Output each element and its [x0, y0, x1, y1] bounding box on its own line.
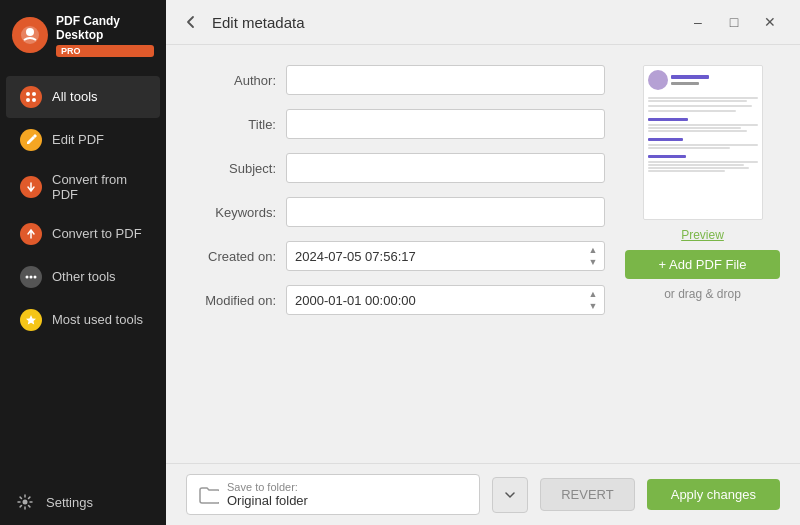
modified-on-spinners: ▲ ▼	[585, 289, 601, 312]
sidebar-item-other-tools[interactable]: Other tools	[6, 256, 160, 298]
modified-on-wrapper: ▲ ▼	[286, 285, 605, 315]
svg-point-3	[32, 92, 36, 96]
add-pdf-button[interactable]: + Add PDF File	[625, 250, 780, 279]
created-on-spinners: ▲ ▼	[585, 245, 601, 268]
preview-link[interactable]: Preview	[681, 228, 724, 242]
convert-from-icon	[20, 176, 42, 198]
save-to-folder-label: Save to folder:	[227, 481, 308, 493]
subject-input[interactable]	[286, 153, 605, 183]
keywords-row: Keywords:	[186, 197, 605, 227]
folder-name: Original folder	[227, 493, 308, 508]
save-folder-area: Save to folder: Original folder	[186, 474, 480, 515]
created-on-input[interactable]	[286, 241, 605, 271]
settings-icon	[14, 491, 36, 513]
svg-point-10	[23, 500, 28, 505]
edit-pdf-label: Edit PDF	[52, 132, 104, 147]
sidebar-item-edit-pdf[interactable]: Edit PDF	[6, 119, 160, 161]
page-title: Edit metadata	[212, 14, 672, 31]
title-input[interactable]	[286, 109, 605, 139]
convert-to-icon	[20, 223, 42, 245]
save-text: Save to folder: Original folder	[227, 481, 308, 508]
svg-point-4	[26, 98, 30, 102]
created-on-down[interactable]: ▼	[585, 257, 601, 268]
bottom-bar: Save to folder: Original folder REVERT A…	[166, 463, 800, 525]
created-on-wrapper: ▲ ▼	[286, 241, 605, 271]
settings-label: Settings	[46, 495, 93, 510]
keywords-label: Keywords:	[186, 205, 276, 220]
svg-point-1	[26, 28, 34, 36]
all-tools-label: All tools	[52, 89, 98, 104]
sidebar-item-most-used-tools[interactable]: Most used tools	[6, 299, 160, 341]
convert-from-label: Convert from PDF	[52, 172, 146, 202]
subject-label: Subject:	[186, 161, 276, 176]
sidebar-navigation: All tools Edit PDF Convert from PDF	[0, 71, 166, 479]
settings-item[interactable]: Settings	[0, 479, 166, 525]
logo-text: PDF Candy Desktop PRO	[56, 14, 154, 57]
svg-marker-9	[26, 315, 36, 325]
metadata-form: Author: Title: Subject: Keywords: Create…	[186, 65, 605, 443]
back-button[interactable]	[182, 13, 200, 31]
minimize-button[interactable]: –	[684, 8, 712, 36]
close-button[interactable]: ✕	[756, 8, 784, 36]
pdf-thumbnail	[643, 65, 763, 220]
all-tools-icon	[20, 86, 42, 108]
author-label: Author:	[186, 73, 276, 88]
most-used-tools-label: Most used tools	[52, 312, 143, 327]
created-on-row: Created on: ▲ ▼	[186, 241, 605, 271]
pdf-panel: Preview + Add PDF File or drag & drop	[625, 65, 780, 443]
other-tools-label: Other tools	[52, 269, 116, 284]
revert-button[interactable]: REVERT	[540, 478, 635, 511]
other-tools-icon	[20, 266, 42, 288]
logo-area: PDF Candy Desktop PRO	[0, 0, 166, 71]
app-name: PDF Candy Desktop	[56, 14, 154, 43]
main-content: Edit metadata – □ ✕ Author: Title:	[166, 0, 800, 525]
modified-on-label: Modified on:	[186, 293, 276, 308]
edit-pdf-icon	[20, 129, 42, 151]
most-used-icon	[20, 309, 42, 331]
pro-badge: PRO	[56, 45, 154, 57]
author-input[interactable]	[286, 65, 605, 95]
maximize-button[interactable]: □	[720, 8, 748, 36]
sidebar-item-convert-from-pdf[interactable]: Convert from PDF	[6, 162, 160, 212]
title-label: Title:	[186, 117, 276, 132]
drag-drop-text: or drag & drop	[664, 287, 741, 301]
modified-on-up[interactable]: ▲	[585, 289, 601, 300]
sidebar: PDF Candy Desktop PRO All tools Edit PDF	[0, 0, 166, 525]
folder-dropdown-button[interactable]	[492, 477, 528, 513]
author-row: Author:	[186, 65, 605, 95]
created-on-up[interactable]: ▲	[585, 245, 601, 256]
svg-point-7	[30, 275, 33, 278]
svg-point-8	[34, 275, 37, 278]
svg-point-5	[32, 98, 36, 102]
folder-icon	[199, 486, 219, 504]
svg-point-2	[26, 92, 30, 96]
resume-preview	[644, 66, 762, 219]
sidebar-item-convert-to-pdf[interactable]: Convert to PDF	[6, 213, 160, 255]
svg-point-6	[26, 275, 29, 278]
modified-on-input[interactable]	[286, 285, 605, 315]
sidebar-item-all-tools[interactable]: All tools	[6, 76, 160, 118]
convert-to-label: Convert to PDF	[52, 226, 142, 241]
logo-icon	[12, 17, 48, 53]
keywords-input[interactable]	[286, 197, 605, 227]
apply-changes-button[interactable]: Apply changes	[647, 479, 780, 510]
content-area: Author: Title: Subject: Keywords: Create…	[166, 45, 800, 463]
window-controls: – □ ✕	[684, 8, 784, 36]
resume-avatar	[648, 70, 668, 90]
title-bar: Edit metadata – □ ✕	[166, 0, 800, 45]
title-row: Title:	[186, 109, 605, 139]
modified-on-down[interactable]: ▼	[585, 301, 601, 312]
created-on-label: Created on:	[186, 249, 276, 264]
modified-on-row: Modified on: ▲ ▼	[186, 285, 605, 315]
subject-row: Subject:	[186, 153, 605, 183]
